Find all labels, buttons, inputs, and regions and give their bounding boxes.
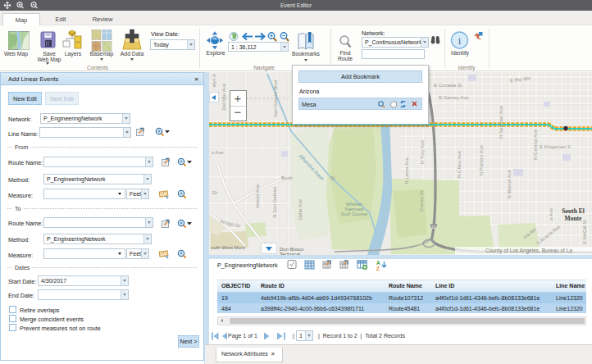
svg-text:i: i — [458, 34, 462, 47]
svg-text:10: 10 — [431, 225, 436, 230]
svg-text:Z: Z — [376, 266, 380, 271]
